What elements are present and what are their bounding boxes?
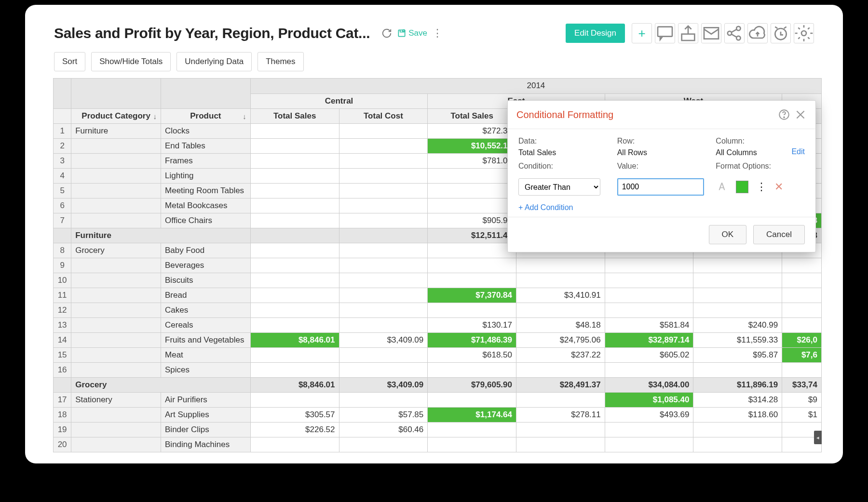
cell-value[interactable] [339, 392, 428, 407]
cell-product[interactable]: Art Supplies [161, 407, 251, 422]
cell-value[interactable] [782, 273, 822, 288]
cell-value[interactable] [339, 168, 428, 183]
cell-value[interactable]: $618.50 [428, 347, 516, 362]
cell-product[interactable]: Bread [161, 288, 251, 303]
font-format-icon[interactable] [716, 181, 728, 193]
cell-product[interactable]: Office Chairs [161, 213, 251, 228]
settings-icon[interactable] [794, 23, 814, 43]
cell-category[interactable] [71, 332, 161, 347]
cell-value[interactable] [339, 273, 428, 288]
cell-value[interactable] [250, 303, 339, 317]
cell-product[interactable]: Baby Food [161, 243, 251, 258]
cell-value[interactable] [250, 258, 339, 273]
col-total-sales[interactable]: Total Sales [250, 108, 339, 123]
cell-value[interactable]: $1,085.40 [605, 392, 693, 407]
cell-value[interactable]: $1 [782, 407, 822, 422]
cell-value[interactable]: $95.87 [693, 347, 782, 362]
edit-design-button[interactable]: Edit Design [566, 24, 625, 43]
cell-value[interactable]: $60.46 [339, 422, 428, 437]
cell-product[interactable]: Binding Machines [161, 437, 251, 452]
help-icon[interactable] [778, 108, 790, 121]
cell-product[interactable]: Clocks [161, 123, 251, 138]
cell-value[interactable]: $24,795.06 [516, 332, 605, 347]
more-icon[interactable]: ⋮ [432, 28, 443, 39]
cell-value[interactable] [250, 317, 339, 332]
cell-value[interactable] [693, 258, 782, 273]
cell-value[interactable] [782, 303, 822, 317]
cell-value[interactable] [605, 437, 693, 452]
cell-value[interactable]: $305.57 [250, 407, 339, 422]
col-total-cost[interactable]: Total Cost [339, 108, 428, 123]
cell-value[interactable] [516, 437, 605, 452]
cell-value[interactable]: $581.84 [605, 317, 693, 332]
cell-value[interactable] [693, 362, 782, 377]
col-total-sales[interactable]: Total Sales [428, 108, 516, 123]
cell-value[interactable] [516, 422, 605, 437]
cloud-icon[interactable] [747, 23, 768, 43]
cell-value[interactable] [339, 258, 428, 273]
cell-category[interactable] [71, 153, 161, 168]
cell-value[interactable] [339, 198, 428, 213]
cell-value[interactable] [339, 153, 428, 168]
add-button[interactable]: + [632, 23, 652, 43]
cell-value[interactable] [250, 183, 339, 198]
cell-value[interactable] [250, 213, 339, 228]
cell-value[interactable]: $11,559.33 [693, 332, 782, 347]
cell-category[interactable] [71, 422, 161, 437]
cell-value[interactable] [339, 183, 428, 198]
cell-value[interactable] [339, 213, 428, 228]
cell-category[interactable]: Furniture [71, 123, 161, 138]
cell-value[interactable]: $240.99 [693, 317, 782, 332]
cell-value[interactable] [339, 303, 428, 317]
cell-value[interactable] [250, 362, 339, 377]
cell-value[interactable] [428, 258, 516, 273]
cell-value[interactable] [605, 362, 693, 377]
cell-product[interactable]: Biscuits [161, 273, 251, 288]
cell-category[interactable] [71, 362, 161, 377]
cell-value[interactable] [428, 362, 516, 377]
cell-category[interactable] [71, 347, 161, 362]
cell-value[interactable]: $26,0 [782, 332, 822, 347]
more-format-icon[interactable]: ⋮ [756, 181, 767, 193]
cell-category[interactable] [71, 258, 161, 273]
cell-category[interactable] [71, 273, 161, 288]
cell-value[interactable]: $32,897.14 [605, 332, 693, 347]
cell-category[interactable]: Grocery [71, 243, 161, 258]
color-swatch[interactable] [736, 181, 748, 193]
cell-value[interactable]: $118.60 [693, 407, 782, 422]
cell-value[interactable] [605, 303, 693, 317]
cell-value[interactable] [782, 288, 822, 303]
cell-value[interactable]: $237.22 [516, 347, 605, 362]
cell-value[interactable] [339, 138, 428, 153]
cell-value[interactable]: $278.11 [516, 407, 605, 422]
cell-value[interactable] [516, 362, 605, 377]
cell-value[interactable]: $48.18 [516, 317, 605, 332]
cell-value[interactable]: $8,846.01 [250, 332, 339, 347]
cell-value[interactable]: $130.17 [428, 317, 516, 332]
cell-value[interactable]: $226.52 [250, 422, 339, 437]
cell-value[interactable] [250, 437, 339, 452]
alarm-icon[interactable] [771, 23, 791, 43]
cell-value[interactable]: $272.34 [428, 123, 516, 138]
cell-value[interactable] [250, 123, 339, 138]
scroll-handle[interactable]: ◂ [814, 431, 822, 444]
cell-value[interactable] [339, 317, 428, 332]
cell-product[interactable]: Binder Clips [161, 422, 251, 437]
cell-product[interactable]: Metal Bookcases [161, 198, 251, 213]
cell-value[interactable] [516, 258, 605, 273]
cell-category[interactable] [71, 407, 161, 422]
cell-value[interactable] [250, 243, 339, 258]
cell-category[interactable] [71, 213, 161, 228]
cell-category[interactable] [71, 198, 161, 213]
cell-value[interactable]: $905.94 [428, 213, 516, 228]
cancel-button[interactable]: Cancel [753, 225, 805, 244]
cell-value[interactable]: $1,174.64 [428, 407, 516, 422]
share-icon[interactable] [724, 23, 745, 43]
mail-icon[interactable] [701, 23, 721, 43]
cell-value[interactable]: $10,552.11 [428, 138, 516, 153]
cell-value[interactable] [516, 392, 605, 407]
ok-button[interactable]: OK [709, 225, 747, 244]
cell-value[interactable] [428, 437, 516, 452]
cell-value[interactable] [693, 437, 782, 452]
cell-value[interactable]: $314.28 [693, 392, 782, 407]
